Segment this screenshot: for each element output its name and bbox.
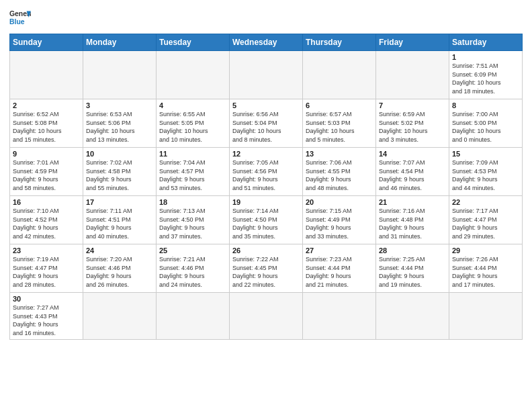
calendar-cell: 6Sunrise: 6:57 AM Sunset: 5:03 PM Daylig… — [303, 99, 376, 148]
calendar-cell — [376, 293, 449, 340]
day-number: 21 — [379, 198, 446, 206]
day-info: Sunrise: 7:16 AM Sunset: 4:48 PM Dayligh… — [379, 207, 446, 240]
calendar-cell: 14Sunrise: 7:07 AM Sunset: 4:54 PM Dayli… — [376, 148, 449, 196]
day-number: 30 — [13, 295, 80, 303]
day-number: 14 — [379, 150, 446, 158]
calendar-cell: 12Sunrise: 7:05 AM Sunset: 4:56 PM Dayli… — [230, 148, 303, 196]
weekday-cell: Wednesday — [230, 34, 303, 51]
calendar-cell — [157, 293, 230, 340]
day-number: 25 — [159, 246, 226, 255]
day-info: Sunrise: 7:07 AM Sunset: 4:54 PM Dayligh… — [379, 158, 446, 192]
day-info: Sunrise: 6:59 AM Sunset: 5:02 PM Dayligh… — [379, 110, 446, 144]
day-number: 13 — [306, 150, 373, 158]
calendar-cell — [83, 51, 157, 99]
weekday-cell: Monday — [83, 34, 157, 51]
day-number: 28 — [379, 246, 446, 255]
calendar-cell: 10Sunrise: 7:02 AM Sunset: 4:58 PM Dayli… — [83, 148, 157, 196]
day-info: Sunrise: 7:05 AM Sunset: 4:56 PM Dayligh… — [232, 158, 300, 192]
day-info: Sunrise: 7:25 AM Sunset: 4:44 PM Dayligh… — [379, 255, 446, 289]
day-info: Sunrise: 7:20 AM Sunset: 4:46 PM Dayligh… — [86, 255, 153, 289]
day-info: Sunrise: 7:01 AM Sunset: 4:59 PM Dayligh… — [13, 158, 80, 192]
calendar-cell — [376, 51, 449, 99]
calendar-cell: 18Sunrise: 7:13 AM Sunset: 4:50 PM Dayli… — [157, 196, 230, 244]
calendar-cell: 26Sunrise: 7:22 AM Sunset: 4:45 PM Dayli… — [230, 244, 303, 293]
day-number: 15 — [452, 150, 519, 158]
day-info: Sunrise: 6:52 AM Sunset: 5:08 PM Dayligh… — [13, 110, 80, 144]
day-number: 18 — [159, 198, 226, 206]
day-number: 17 — [86, 198, 153, 206]
calendar-cell: 20Sunrise: 7:15 AM Sunset: 4:49 PM Dayli… — [303, 196, 376, 244]
calendar-cell: 19Sunrise: 7:14 AM Sunset: 4:50 PM Dayli… — [230, 196, 303, 244]
day-info: Sunrise: 7:51 AM Sunset: 6:09 PM Dayligh… — [452, 62, 519, 95]
calendar-cell: 4Sunrise: 6:55 AM Sunset: 5:05 PM Daylig… — [157, 99, 230, 148]
day-info: Sunrise: 6:56 AM Sunset: 5:04 PM Dayligh… — [232, 110, 300, 144]
weekday-cell: Tuesday — [157, 34, 230, 51]
weekday-header-row: SundayMondayTuesdayWednesdayThursdayFrid… — [10, 34, 523, 51]
calendar-cell: 28Sunrise: 7:25 AM Sunset: 4:44 PM Dayli… — [376, 244, 449, 293]
calendar-cell: 17Sunrise: 7:11 AM Sunset: 4:51 PM Dayli… — [83, 196, 157, 244]
day-info: Sunrise: 7:23 AM Sunset: 4:44 PM Dayligh… — [306, 255, 373, 289]
day-info: Sunrise: 7:06 AM Sunset: 4:55 PM Dayligh… — [306, 158, 373, 192]
day-number: 27 — [306, 246, 373, 255]
day-number: 5 — [232, 101, 300, 109]
day-number: 2 — [13, 101, 80, 109]
calendar-cell: 24Sunrise: 7:20 AM Sunset: 4:46 PM Dayli… — [83, 244, 157, 293]
day-number: 24 — [86, 246, 153, 255]
day-info: Sunrise: 7:22 AM Sunset: 4:45 PM Dayligh… — [232, 255, 300, 289]
day-number: 19 — [232, 198, 300, 206]
calendar-cell: 15Sunrise: 7:09 AM Sunset: 4:53 PM Dayli… — [449, 148, 523, 196]
day-info: Sunrise: 7:02 AM Sunset: 4:58 PM Dayligh… — [86, 158, 153, 192]
day-info: Sunrise: 7:15 AM Sunset: 4:49 PM Dayligh… — [306, 207, 373, 240]
day-number: 8 — [452, 101, 519, 109]
day-info: Sunrise: 7:27 AM Sunset: 4:43 PM Dayligh… — [13, 304, 80, 337]
calendar-cell: 2Sunrise: 6:52 AM Sunset: 5:08 PM Daylig… — [10, 99, 83, 148]
calendar-cell: 16Sunrise: 7:10 AM Sunset: 4:52 PM Dayli… — [10, 196, 83, 244]
weekday-cell: Friday — [376, 34, 449, 51]
day-info: Sunrise: 7:17 AM Sunset: 4:47 PM Dayligh… — [452, 207, 519, 240]
day-number: 20 — [306, 198, 373, 206]
calendar-cell — [303, 293, 376, 340]
calendar-row: 30Sunrise: 7:27 AM Sunset: 4:43 PM Dayli… — [10, 293, 523, 340]
day-info: Sunrise: 7:13 AM Sunset: 4:50 PM Dayligh… — [159, 207, 226, 240]
calendar-row: 1Sunrise: 7:51 AM Sunset: 6:09 PM Daylig… — [10, 51, 523, 99]
weekday-cell: Thursday — [303, 34, 376, 51]
calendar-cell: 8Sunrise: 7:00 AM Sunset: 5:00 PM Daylig… — [449, 99, 523, 148]
calendar-cell: 1Sunrise: 7:51 AM Sunset: 6:09 PM Daylig… — [449, 51, 523, 99]
day-info: Sunrise: 7:21 AM Sunset: 4:46 PM Dayligh… — [159, 255, 226, 289]
day-number: 12 — [232, 150, 300, 158]
header-area: General Blue — [9, 7, 523, 28]
calendar-row: 9Sunrise: 7:01 AM Sunset: 4:59 PM Daylig… — [10, 148, 523, 196]
calendar-row: 16Sunrise: 7:10 AM Sunset: 4:52 PM Dayli… — [10, 196, 523, 244]
calendar-cell: 7Sunrise: 6:59 AM Sunset: 5:02 PM Daylig… — [376, 99, 449, 148]
calendar-cell: 9Sunrise: 7:01 AM Sunset: 4:59 PM Daylig… — [10, 148, 83, 196]
page: General Blue SundayMondayTuesdayWednesda… — [0, 0, 532, 411]
calendar-cell: 11Sunrise: 7:04 AM Sunset: 4:57 PM Dayli… — [157, 148, 230, 196]
day-number: 6 — [306, 101, 373, 109]
calendar-row: 23Sunrise: 7:19 AM Sunset: 4:47 PM Dayli… — [10, 244, 523, 293]
day-info: Sunrise: 6:55 AM Sunset: 5:05 PM Dayligh… — [159, 110, 226, 144]
calendar-cell — [230, 51, 303, 99]
day-info: Sunrise: 7:09 AM Sunset: 4:53 PM Dayligh… — [452, 158, 519, 192]
day-number: 3 — [86, 101, 153, 109]
calendar-cell: 21Sunrise: 7:16 AM Sunset: 4:48 PM Dayli… — [376, 196, 449, 244]
day-info: Sunrise: 7:10 AM Sunset: 4:52 PM Dayligh… — [13, 207, 80, 240]
calendar-cell: 3Sunrise: 6:53 AM Sunset: 5:06 PM Daylig… — [83, 99, 157, 148]
calendar-cell: 30Sunrise: 7:27 AM Sunset: 4:43 PM Dayli… — [10, 293, 83, 340]
calendar-row: 2Sunrise: 6:52 AM Sunset: 5:08 PM Daylig… — [10, 99, 523, 148]
day-info: Sunrise: 6:57 AM Sunset: 5:03 PM Dayligh… — [306, 110, 373, 144]
weekday-cell: Saturday — [449, 34, 523, 51]
day-number: 23 — [13, 246, 80, 255]
logo-icon: General Blue — [9, 7, 31, 28]
day-info: Sunrise: 7:14 AM Sunset: 4:50 PM Dayligh… — [232, 207, 300, 240]
calendar-cell: 13Sunrise: 7:06 AM Sunset: 4:55 PM Dayli… — [303, 148, 376, 196]
day-number: 26 — [232, 246, 300, 255]
day-number: 1 — [452, 53, 519, 61]
day-info: Sunrise: 7:19 AM Sunset: 4:47 PM Dayligh… — [13, 255, 80, 289]
calendar-cell — [230, 293, 303, 340]
calendar-cell: 25Sunrise: 7:21 AM Sunset: 4:46 PM Dayli… — [157, 244, 230, 293]
day-number: 16 — [13, 198, 80, 206]
day-number: 4 — [159, 101, 226, 109]
calendar-cell: 29Sunrise: 7:26 AM Sunset: 4:44 PM Dayli… — [449, 244, 523, 293]
logo: General Blue — [9, 7, 31, 28]
calendar-cell — [157, 51, 230, 99]
